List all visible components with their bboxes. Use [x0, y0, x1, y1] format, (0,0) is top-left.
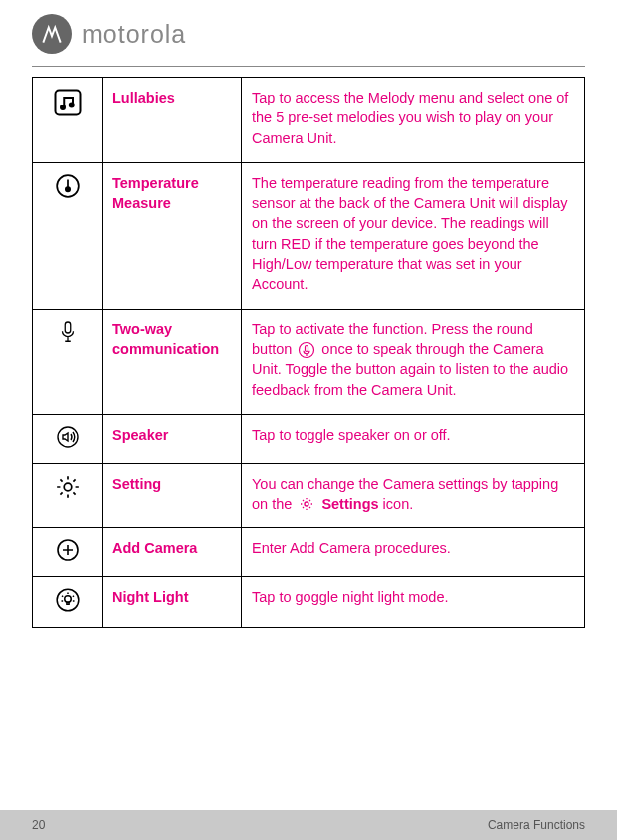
- feature-label: Setting: [103, 463, 242, 528]
- feature-label: Two-way communication: [103, 309, 242, 414]
- feature-desc: Tap to goggle night light mode.: [242, 577, 585, 628]
- table-row: Night Light Tap to goggle night light mo…: [33, 577, 585, 628]
- svg-point-4: [65, 187, 69, 191]
- svg-point-2: [69, 104, 73, 107]
- table-row: Setting You can change the Camera settin…: [33, 463, 585, 528]
- svg-rect-5: [65, 322, 71, 333]
- feature-desc: Enter Add Camera procedures.: [242, 528, 585, 577]
- feature-label: Lullabies: [103, 78, 242, 163]
- svg-point-10: [305, 502, 308, 506]
- page-number: 20: [32, 818, 45, 832]
- feature-label: Temperature Measure: [103, 162, 242, 309]
- svg-rect-7: [306, 346, 308, 352]
- feature-desc: Tap to activate the function. Press the …: [242, 309, 585, 414]
- motorola-logo-icon: [32, 14, 72, 54]
- thermometer-icon: [33, 162, 103, 309]
- gear-inline-icon: [298, 496, 315, 514]
- table-row: Temperature Measure The temperature read…: [33, 162, 585, 309]
- feature-desc: Tap to access the Melody menu and select…: [242, 78, 585, 163]
- brand-header: motorola: [32, 14, 585, 54]
- gear-icon: [33, 463, 103, 528]
- svg-rect-0: [55, 91, 80, 115]
- music-icon: [33, 78, 103, 163]
- features-table: Lullabies Tap to access the Melody menu …: [32, 77, 585, 628]
- feature-desc: The temperature reading from the tempera…: [242, 162, 585, 309]
- feature-label: Speaker: [103, 414, 242, 463]
- table-row: Speaker Tap to toggle speaker on or off.: [33, 414, 585, 463]
- brand-wordmark: motorola: [82, 20, 186, 49]
- plus-icon: [33, 528, 103, 577]
- desc-post: icon.: [379, 496, 414, 512]
- table-row: Lullabies Tap to access the Melody menu …: [33, 78, 585, 163]
- desc-bold: Settings: [321, 496, 378, 512]
- svg-point-9: [64, 483, 72, 491]
- speaker-icon: [33, 414, 103, 463]
- feature-label: Add Camera: [103, 528, 242, 577]
- footer-section: Camera Functions: [488, 818, 585, 832]
- svg-point-1: [61, 105, 65, 109]
- header-rule: [32, 66, 585, 67]
- round-mic-button-icon: [298, 341, 315, 359]
- microphone-icon: [33, 309, 103, 414]
- page-footer: 20 Camera Functions: [0, 810, 617, 840]
- bulb-icon: [33, 577, 103, 628]
- feature-label: Night Light: [103, 577, 242, 628]
- feature-desc: You can change the Camera settings by ta…: [242, 463, 585, 528]
- svg-point-13: [64, 596, 71, 603]
- feature-desc: Tap to toggle speaker on or off.: [242, 414, 585, 463]
- table-row: Add Camera Enter Add Camera procedures.: [33, 528, 585, 577]
- table-row: Two-way communication Tap to activate th…: [33, 309, 585, 414]
